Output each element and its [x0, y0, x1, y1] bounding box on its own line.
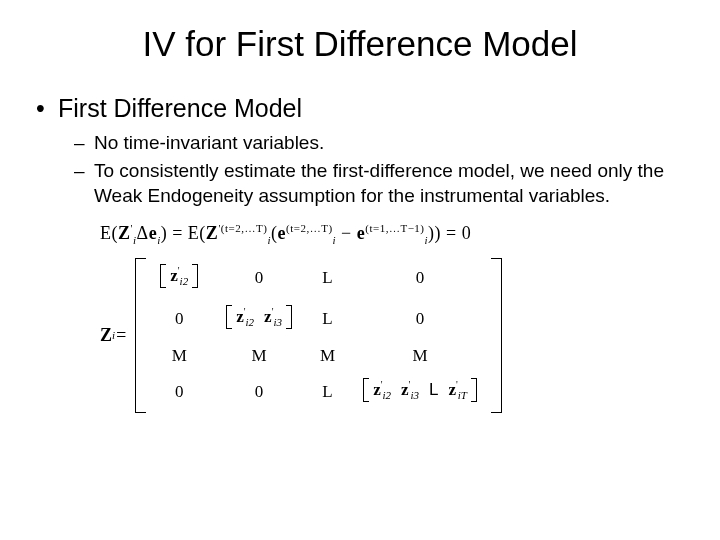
ix: i3 [273, 316, 282, 328]
ix: i2 [180, 275, 189, 287]
eqn-Z: Z [206, 223, 219, 243]
bullet-level2: – To consistently estimate the first-dif… [74, 159, 684, 208]
eqn-e: e [277, 223, 286, 243]
matrix-row: 0 z'i2 z'i3 L 0 [146, 299, 491, 340]
matrix-cell: 0 [349, 299, 491, 340]
bullet-level1: • First Difference Model [36, 94, 684, 123]
point-text: No time-invariant variables. [94, 131, 324, 155]
matrix-lhs: Zi = [100, 258, 135, 413]
matrix-cell: 0 [212, 372, 306, 413]
matrix-cell: z'i2 z'i3 L z'iT [349, 372, 491, 413]
eqn-eq0: = 0 [441, 223, 471, 243]
z: z [170, 265, 178, 284]
matrix-cell: M [146, 340, 212, 372]
sub-bracket: z'i2 [160, 264, 198, 288]
matrix-cell: M [349, 340, 491, 372]
equation: E(Z'iΔei) = E(Z'(t=2,…T)i(e(t=2,…T)i − e… [100, 222, 684, 246]
z: z [373, 379, 381, 398]
eqn-sup: (t=2,…T) [286, 222, 333, 234]
matrix-body: z'i2 0 L 0 0 z'i2 [146, 258, 491, 413]
sub-bracket: z'i2 z'i3 L z'iT [363, 378, 477, 402]
ix: i3 [410, 389, 419, 401]
eqn-sup: (t=2,…T) [221, 222, 268, 234]
math-area: E(Z'iΔei) = E(Z'(t=2,…T)i(e(t=2,…T)i − e… [100, 222, 684, 413]
eqn-sup: (t=1,…T−1) [365, 222, 424, 234]
matrix-cell: z'i2 [146, 258, 212, 299]
matrix-Z: Z [100, 325, 112, 346]
eqn-E: E [100, 223, 112, 243]
eqn-e: e [357, 223, 366, 243]
matrix-cell: z'i2 z'i3 [212, 299, 306, 340]
matrix-eq: = [115, 325, 127, 346]
z: z [448, 379, 456, 398]
matrix-cell: M [306, 340, 349, 372]
matrix: Zi = z'i2 0 L 0 [100, 258, 684, 413]
heading-text: First Difference Model [58, 94, 302, 123]
ix: i2 [246, 316, 255, 328]
eqn-E: E [188, 223, 200, 243]
bracket-left [135, 258, 146, 413]
point-text: To consistently estimate the first-diffe… [94, 159, 684, 208]
bullet-dash: – [74, 159, 94, 183]
bullet-dot: • [36, 94, 58, 123]
ell: L [429, 380, 438, 400]
matrix-row: M M M M [146, 340, 491, 372]
matrix-row: 0 0 L z'i2 z'i3 L z'iT [146, 372, 491, 413]
eqn-minus: − [336, 223, 357, 243]
ix: i2 [382, 389, 391, 401]
slide-title: IV for First Difference Model [36, 24, 684, 64]
matrix-cell: 0 [146, 299, 212, 340]
ix: iT [458, 389, 467, 401]
eqn-eq: = [167, 223, 188, 243]
bracket-right [491, 258, 502, 413]
matrix-cell: L [306, 372, 349, 413]
eqn-Z: Z [118, 223, 131, 243]
matrix-cell: M [212, 340, 306, 372]
bullet-dash: – [74, 131, 94, 155]
z: z [236, 306, 244, 325]
bullet-level2: – No time-invariant variables. [74, 131, 684, 155]
matrix-cell: L [306, 258, 349, 299]
matrix-row: z'i2 0 L 0 [146, 258, 491, 299]
matrix-cell: 0 [349, 258, 491, 299]
matrix-cell: 0 [212, 258, 306, 299]
sub-bracket: z'i2 z'i3 [226, 305, 292, 329]
eqn-prime: ' [131, 222, 133, 234]
z: z [264, 306, 272, 325]
matrix-cell: 0 [146, 372, 212, 413]
z: z [401, 379, 409, 398]
matrix-cell: L [306, 299, 349, 340]
eqn-e: e [149, 223, 158, 243]
slide: IV for First Difference Model • First Di… [0, 0, 720, 540]
eqn-delta: Δ [137, 223, 149, 243]
